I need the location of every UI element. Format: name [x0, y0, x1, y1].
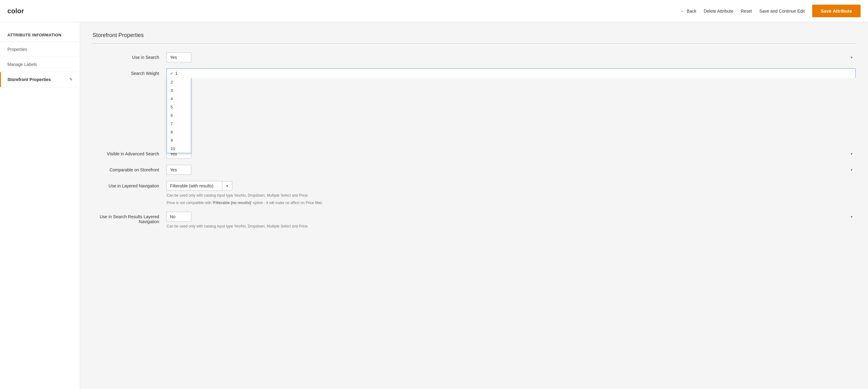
page-header: color ← Back Delete Attribute Reset Save… [0, 0, 868, 22]
sidebar-item-manage-labels-label: Manage Labels [7, 62, 37, 67]
search-results-nav-hint: Can be used only with catalog input type… [166, 224, 856, 229]
use-in-layered-nav-label: Use in Layered Navigation [93, 181, 166, 188]
visible-advanced-search-control: Yes No ▼ [166, 149, 856, 159]
search-weight-option-2[interactable]: 2 [167, 78, 191, 86]
use-in-search-control: Yes No ▼ [166, 53, 856, 62]
page-title: color [7, 7, 680, 15]
search-weight-value: 1 [175, 71, 178, 76]
use-in-search-results-nav-row: Use in Search Results Layered Navigation… [93, 212, 856, 229]
search-weight-dropdown-container: ✓ 1 2 3 4 5 6 7 8 9 10 [166, 68, 856, 78]
section-divider [93, 43, 856, 44]
use-in-search-label: Use in Search [93, 53, 166, 60]
section-title: Storefront Properties [93, 32, 856, 38]
save-attribute-button[interactable]: Save Attribute [812, 5, 861, 17]
search-weight-option-3[interactable]: 3 [167, 86, 191, 95]
use-in-search-results-nav-label: Use in Search Results Layered Navigation [93, 212, 166, 224]
sidebar-item-storefront-properties[interactable]: Storefront Properties ✎ [0, 72, 80, 87]
use-in-search-select-wrapper: Yes No ▼ [166, 53, 856, 62]
search-weight-option-7[interactable]: 7 [167, 120, 191, 128]
back-button[interactable]: ← Back [680, 9, 696, 13]
comparable-storefront-control: Yes No ▼ [166, 165, 856, 175]
chevron-down-icon-3: ▼ [850, 168, 853, 172]
header-actions: ← Back Delete Attribute Reset Save and C… [680, 5, 861, 17]
search-weight-option-10[interactable]: 10 [167, 144, 191, 153]
use-in-layered-nav-select-group: No Filterable (with results) Filterable … [166, 181, 856, 191]
search-weight-option-5[interactable]: 5 [167, 103, 191, 111]
sidebar-item-storefront-properties-label: Storefront Properties [7, 77, 51, 82]
checkmark-icon: ✓ [170, 71, 173, 76]
chevron-down-icon-2: ▼ [850, 152, 853, 156]
visible-advanced-search-row: Visible in Advanced Search Yes No ▼ [93, 149, 856, 159]
use-in-layered-nav-control: No Filterable (with results) Filterable … [166, 181, 856, 205]
search-weight-control: ✓ 1 2 3 4 5 6 7 8 9 10 [166, 68, 856, 78]
layered-nav-hint-1: Can be used only with catalog input type… [166, 193, 856, 198]
use-in-search-results-nav-select[interactable]: Yes No [166, 212, 191, 222]
use-in-search-row: Use in Search Yes No ▼ [93, 53, 856, 62]
use-in-search-results-nav-select-wrapper: Yes No ▼ [166, 212, 856, 222]
search-weight-row: Search Weight ✓ 1 2 3 4 5 6 7 8 [93, 68, 856, 78]
comparable-storefront-select-wrapper: Yes No ▼ [166, 165, 856, 175]
main-layout: ATTRIBUTE INFORMATION Properties Manage … [0, 22, 868, 389]
sidebar: ATTRIBUTE INFORMATION Properties Manage … [0, 22, 80, 389]
search-weight-dropdown-menu: 2 3 4 5 6 7 8 9 10 [166, 78, 191, 153]
chevron-down-icon-4: ▼ [850, 215, 853, 219]
layered-nav-chevron[interactable]: ▼ [222, 181, 232, 191]
search-weight-label: Search Weight [93, 68, 166, 76]
use-in-search-results-nav-control: Yes No ▼ Can be used only with catalog i… [166, 212, 856, 229]
reset-button[interactable]: Reset [741, 9, 752, 13]
search-weight-option-6[interactable]: 6 [167, 111, 191, 120]
use-in-layered-nav-select[interactable]: No Filterable (with results) Filterable … [166, 181, 222, 191]
main-content: Storefront Properties Use in Search Yes … [80, 22, 868, 389]
back-arrow-icon: ← [680, 9, 685, 13]
sidebar-section-title: ATTRIBUTE INFORMATION [0, 27, 80, 42]
comparable-storefront-select[interactable]: Yes No [166, 165, 191, 175]
layered-nav-hint-2: Price is not compatible with 'Filterable… [166, 200, 856, 205]
use-in-search-select[interactable]: Yes No [166, 53, 191, 62]
use-in-layered-nav-row: Use in Layered Navigation No Filterable … [93, 181, 856, 205]
sidebar-item-properties-label: Properties [7, 47, 27, 52]
visible-advanced-search-label: Visible in Advanced Search [93, 149, 166, 156]
chevron-down-icon: ▼ [850, 56, 853, 59]
sidebar-item-manage-labels[interactable]: Manage Labels [0, 57, 80, 72]
save-continue-edit-button[interactable]: Save and Continue Edit [760, 9, 805, 13]
sidebar-item-properties[interactable]: Properties [0, 42, 80, 57]
pencil-icon: ✎ [69, 77, 72, 82]
visible-advanced-search-select-wrapper: Yes No ▼ [166, 149, 856, 159]
search-weight-option-4[interactable]: 4 [167, 95, 191, 103]
search-weight-dropdown-trigger[interactable]: ✓ 1 [166, 68, 856, 78]
search-weight-option-8[interactable]: 8 [167, 128, 191, 136]
search-weight-option-9[interactable]: 9 [167, 136, 191, 144]
comparable-storefront-row: Comparable on Storefront Yes No ▼ [93, 165, 856, 175]
comparable-storefront-label: Comparable on Storefront [93, 165, 166, 172]
delete-attribute-button[interactable]: Delete Attribute [704, 9, 733, 13]
